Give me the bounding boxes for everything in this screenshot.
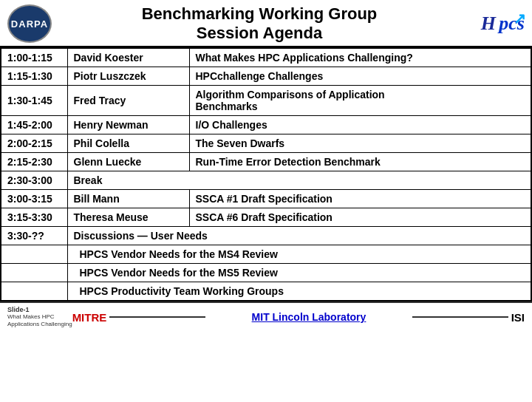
desc-cell: Algorithm Comparisons of ApplicationBenc… bbox=[189, 86, 531, 116]
sub-time-cell bbox=[1, 245, 67, 264]
sub-item-row: HPCS Vendor Needs for the MS5 Review bbox=[1, 264, 531, 282]
table-row: 2:00-2:15 Phil Colella The Seven Dwarfs bbox=[1, 134, 531, 153]
slide-sub: What Makes HPCApplications Challenging bbox=[7, 313, 72, 327]
footer-mit-section: MIT Lincoln Laboratory bbox=[205, 311, 412, 323]
time-cell: 1:30-1:45 bbox=[1, 86, 67, 116]
footer-left-section: Slide-1 What Makes HPCApplications Chall… bbox=[7, 306, 72, 327]
title-line1: Benchmarking Working Group bbox=[53, 4, 466, 24]
time-cell: 3:00-3:15 bbox=[1, 190, 67, 208]
desc-cell: SSCA #6 Draft Specification bbox=[189, 208, 531, 227]
sub-item-cell: HPCS Productivity Team Working Groups bbox=[67, 282, 531, 302]
footer: Slide-1 What Makes HPCApplications Chall… bbox=[0, 302, 532, 331]
slide-label: Slide-1 bbox=[7, 306, 72, 313]
hpcs-arrow-icon: ↗ bbox=[514, 10, 526, 27]
time-cell: 3:30-?? bbox=[1, 227, 67, 245]
header: DARPA Benchmarking Working Group Session… bbox=[0, 0, 532, 47]
table-row: 3:15-3:30 Theresa Meuse SSCA #6 Draft Sp… bbox=[1, 208, 531, 227]
table-row: 3:00-3:15 Bill Mann SSCA #1 Draft Specif… bbox=[1, 190, 531, 208]
discussions-cell: Discussions — User Needs bbox=[67, 227, 531, 245]
time-cell: 2:00-2:15 bbox=[1, 134, 67, 153]
time-cell: 2:30-3:00 bbox=[1, 171, 67, 190]
mitre-label: MITRE bbox=[72, 311, 107, 324]
line-left bbox=[109, 316, 205, 318]
desc-cell: What Makes HPC Applications Challenging? bbox=[189, 48, 531, 67]
sub-time-cell bbox=[1, 264, 67, 282]
agenda-table: 1:00-1:15 David Koester What Makes HPC A… bbox=[0, 47, 532, 302]
name-cell: Bill Mann bbox=[67, 190, 189, 208]
table-row: 2:30-3:00 Break bbox=[1, 171, 531, 190]
time-cell: 1:45-2:00 bbox=[1, 116, 67, 134]
name-cell: Piotr Luszczek bbox=[67, 67, 189, 86]
footer-mitre-section: MITRE bbox=[72, 311, 206, 324]
hpcs-text: H bbox=[481, 13, 496, 34]
darpa-logo: DARPA bbox=[7, 4, 53, 43]
table-row: 1:00-1:15 David Koester What Makes HPC A… bbox=[1, 48, 531, 67]
darpa-text: DARPA bbox=[11, 18, 48, 30]
table-row: 3:30-?? Discussions — User Needs bbox=[1, 227, 531, 245]
break-cell: Break bbox=[67, 171, 531, 190]
desc-cell: Run-Time Error Detection Benchmark bbox=[189, 153, 531, 171]
table-row: 1:15-1:30 Piotr Luszczek HPCchallenge Ch… bbox=[1, 67, 531, 86]
desc-cell: HPCchallenge Challenges bbox=[189, 67, 531, 86]
name-cell: Fred Tracy bbox=[67, 86, 189, 116]
time-cell: 3:15-3:30 bbox=[1, 208, 67, 227]
sub-item-row: HPCS Productivity Team Working Groups bbox=[1, 282, 531, 302]
sub-item-cell: HPCS Vendor Needs for the MS5 Review bbox=[67, 264, 531, 282]
table-row: 1:30-1:45 Fred Tracy Algorithm Compariso… bbox=[1, 86, 531, 116]
desc-cell: The Seven Dwarfs bbox=[189, 134, 531, 153]
table-row: 2:15-2:30 Glenn Luecke Run-Time Error De… bbox=[1, 153, 531, 171]
name-cell: Theresa Meuse bbox=[67, 208, 189, 227]
name-cell: Henry Newman bbox=[67, 116, 189, 134]
mit-label: MIT Lincoln Laboratory bbox=[252, 311, 366, 323]
sub-item-row: HPCS Vendor Needs for the MS4 Review bbox=[1, 245, 531, 264]
table-row: 1:45-2:00 Henry Newman I/O Challenges bbox=[1, 116, 531, 134]
time-cell: 1:00-1:15 bbox=[1, 48, 67, 67]
time-cell: 1:15-1:30 bbox=[1, 67, 67, 86]
footer-isi-section: ISI bbox=[412, 311, 525, 324]
hpcs-logo: H pcs ↗ bbox=[466, 13, 525, 35]
line-right bbox=[412, 316, 508, 318]
sub-item-cell: HPCS Vendor Needs for the MS4 Review bbox=[67, 245, 531, 264]
name-cell: David Koester bbox=[67, 48, 189, 67]
desc-cell: I/O Challenges bbox=[189, 116, 531, 134]
desc-cell: SSCA #1 Draft Specification bbox=[189, 190, 531, 208]
title-line2: Session Agenda bbox=[53, 24, 466, 43]
sub-time-cell bbox=[1, 282, 67, 302]
name-cell: Glenn Luecke bbox=[67, 153, 189, 171]
header-title: Benchmarking Working Group Session Agend… bbox=[53, 4, 466, 43]
time-cell: 2:15-2:30 bbox=[1, 153, 67, 171]
name-cell: Phil Colella bbox=[67, 134, 189, 153]
isi-label: ISI bbox=[511, 311, 525, 324]
